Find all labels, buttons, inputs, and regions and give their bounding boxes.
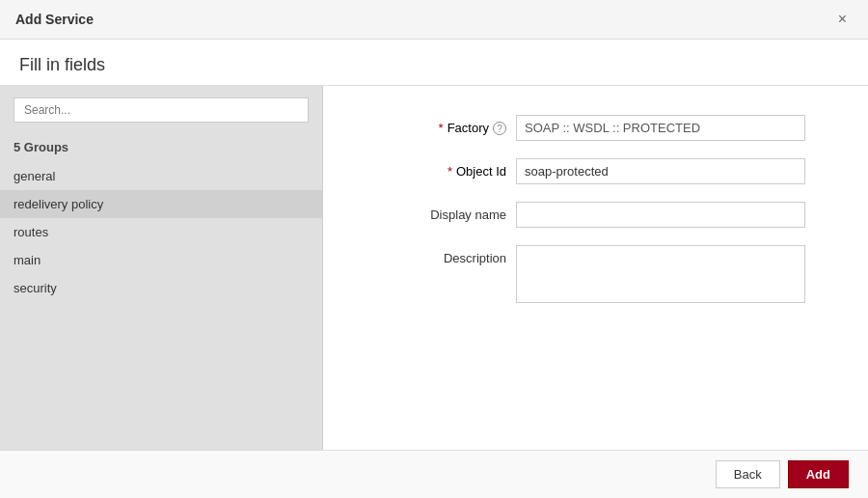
factory-input[interactable]: [516, 115, 805, 141]
close-button[interactable]: ×: [832, 10, 853, 29]
content-area: 5 Groups general redelivery policy route…: [0, 86, 868, 450]
modal-header: Add Service ×: [0, 0, 868, 40]
modal-footer: Back Add: [0, 450, 868, 498]
object-id-row: * Object Id: [381, 158, 810, 184]
modal: Add Service × Fill in fields 5 Groups ge…: [0, 0, 868, 498]
description-textarea[interactable]: [516, 245, 805, 303]
add-button[interactable]: Add: [788, 460, 849, 488]
object-id-label: Object Id: [456, 164, 506, 179]
display-name-row: Display name: [381, 202, 810, 228]
page-heading: Fill in fields: [0, 40, 868, 86]
sidebar-item-main[interactable]: main: [0, 246, 322, 274]
factory-help-icon[interactable]: ?: [493, 122, 506, 135]
search-wrap: [0, 86, 322, 134]
factory-label-wrap: * Factory ?: [381, 115, 506, 135]
modal-title: Add Service: [15, 12, 94, 27]
sidebar-item-redelivery-policy[interactable]: redelivery policy: [0, 190, 322, 218]
search-input[interactable]: [14, 97, 309, 123]
sidebar-item-security[interactable]: security: [0, 274, 322, 302]
sidebar: 5 Groups general redelivery policy route…: [0, 86, 323, 450]
factory-row: * Factory ?: [381, 115, 810, 141]
groups-header: 5 Groups: [0, 134, 322, 162]
right-panel: * Factory ? * Object Id Display: [323, 86, 868, 450]
factory-required-star: *: [439, 121, 444, 135]
object-id-required-star: *: [448, 164, 452, 179]
sidebar-item-routes[interactable]: routes: [0, 218, 322, 246]
description-label: Description: [381, 245, 506, 265]
object-id-input[interactable]: [516, 158, 805, 184]
sidebar-item-general[interactable]: general: [0, 162, 322, 190]
display-name-input[interactable]: [516, 202, 805, 228]
factory-label: Factory: [448, 121, 489, 135]
description-row: Description: [381, 245, 810, 303]
object-id-label-wrap: * Object Id: [381, 158, 506, 179]
back-button[interactable]: Back: [716, 460, 780, 488]
modal-body: Fill in fields 5 Groups general redelive…: [0, 40, 868, 450]
sidebar-list: general redelivery policy routes main se…: [0, 162, 322, 302]
display-name-label: Display name: [381, 202, 506, 222]
